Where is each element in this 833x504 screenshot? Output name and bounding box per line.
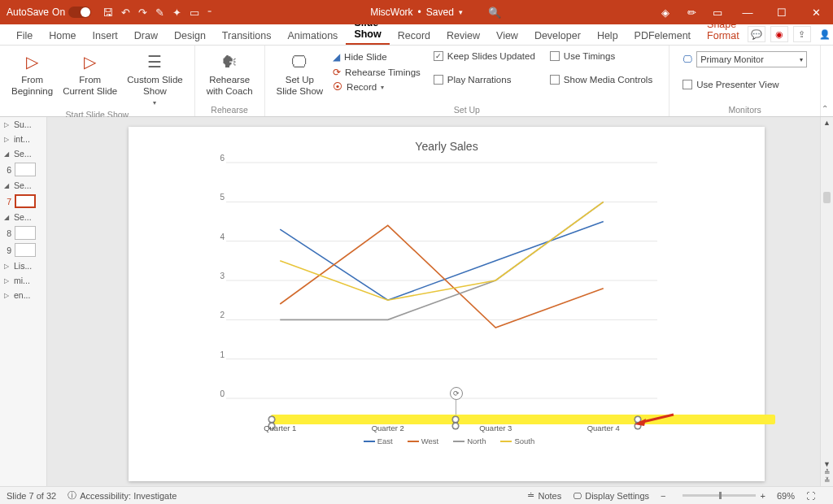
brush-icon[interactable]: ✏ [678,0,704,24]
save-icon[interactable]: 🖫 [102,7,113,19]
from-beginning-button[interactable]: ▷ From Beginning [7,49,58,108]
show-media-checkbox[interactable]: Show Media Controls [548,74,654,85]
selection-handle[interactable] [452,416,459,423]
tab-file[interactable]: File [8,26,41,45]
tab-home[interactable]: Home [41,26,84,45]
section-header[interactable]: ▷mi... [0,273,46,288]
chart-plot[interactable]: 0123456 [226,163,657,415]
tab-help[interactable]: Help [589,26,626,45]
diamond-icon[interactable]: ◈ [652,0,678,24]
slide-thumbnail[interactable]: 7 [0,193,46,210]
svg-marker-8 [635,419,646,426]
autosave-toggle[interactable]: AutoSave On [7,7,91,18]
ribbon: ▷ From Beginning ▷ From Current Slide ☰ … [0,46,833,117]
status-bar: Slide 7 of 32 ⓘAccessibility: Investigat… [0,486,833,504]
account-icon[interactable]: 👤 [816,26,833,42]
slide-thumbnail[interactable]: 8 [0,224,46,241]
next-slide-icon[interactable]: ≚ [824,476,831,484]
accessibility-status[interactable]: ⓘAccessibility: Investigate [68,489,177,502]
zoom-level[interactable]: 69% [777,491,795,501]
tab-developer[interactable]: Developer [526,26,589,45]
rotate-handle[interactable]: ⟳ [450,387,463,400]
section-header[interactable]: ▷Su... [0,117,46,132]
display-icon: 🖵 [573,491,582,501]
tab-record[interactable]: Record [390,26,438,45]
slide-position[interactable]: Slide 7 of 32 [7,491,56,501]
slide[interactable]: Yearly Sales 0123456 ⟳ Quarter 1Quarter … [129,127,765,481]
slide-thumbnail-panel[interactable]: ▷Su... ▷int... ◢Se... 6 ◢Se... 7 ◢Se... … [0,117,47,486]
scroll-up-icon[interactable]: ▲ [823,119,831,127]
maximize-button[interactable]: ☐ [765,0,799,24]
tab-animations[interactable]: Animations [280,26,347,45]
annotation-arrow-icon [635,413,675,426]
tab-transitions[interactable]: Transitions [214,26,280,45]
scroll-down-icon[interactable]: ▼ [823,460,831,468]
search-icon[interactable]: 🔍 [488,7,501,19]
rehearse-timings-button[interactable]: ⟳Rehearse Timings [331,66,422,79]
zoom-out-button[interactable]: − [661,491,665,501]
share-button[interactable]: ⇪ [793,26,811,42]
scrollbar-thumb[interactable] [823,192,831,203]
ribbon-tabs: File Home Insert Draw Design Transitions… [0,24,833,46]
slide-canvas-area[interactable]: Yearly Sales 0123456 ⟳ Quarter 1Quarter … [47,117,833,486]
tab-review[interactable]: Review [438,26,488,45]
document-title[interactable]: MiscWork•Saved▾ [370,7,463,18]
notes-icon: ≐ [527,490,534,501]
custom-show-button[interactable]: ☰ Custom Slide Show ▾ [122,49,187,108]
use-timings-checkbox[interactable]: Use Timings [548,50,654,62]
rotate-connector [456,400,456,415]
from-current-button[interactable]: ▷ From Current Slide [58,49,122,108]
comments-button[interactable]: 💬 [748,26,765,42]
tab-pdfelement[interactable]: PDFelement [626,26,699,45]
tab-draw[interactable]: Draw [126,26,166,45]
record-button[interactable]: ⦿Record▾ [331,81,422,93]
tab-insert[interactable]: Insert [85,26,126,45]
presenter-view-checkbox[interactable]: Use Presenter View [681,79,809,90]
section-header[interactable]: ▷int... [0,132,46,146]
keep-updated-checkbox[interactable]: ✓Keep Slides Updated [432,50,537,62]
section-header[interactable]: ◢Se... [0,210,46,224]
section-header[interactable]: ▷en... [0,288,46,302]
group-label: Rehearse [202,103,258,115]
monitor-select[interactable]: 🖵 Primary Monitor▾ [681,50,809,68]
group-label: Monitors [676,103,813,115]
chart-title: Yearly Sales [129,140,765,153]
redo-icon[interactable]: ↷ [138,7,147,19]
qat-icon[interactable]: ▭ [190,7,199,19]
group-label: Captions & Subtitles [827,103,833,115]
qat-icon[interactable]: ✦ [172,7,181,19]
section-header[interactable]: ▷Lis... [0,259,46,273]
accessibility-icon: ⓘ [68,489,76,502]
zoom-slider[interactable] [683,494,756,497]
notes-button[interactable]: ≐Notes [527,490,561,501]
section-header[interactable]: ◢Se... [0,146,46,161]
record-button[interactable]: ◉ [770,26,788,42]
selection-handle[interactable] [268,416,275,423]
undo-icon[interactable]: ↶ [121,7,130,19]
group-label: Set Up [272,103,663,115]
title-bar: AutoSave On 🖫 ↶ ↷ ✎ ✦ ▭ ⁼ 🔍 MiscWork•Sav… [0,0,833,24]
qat-more-icon[interactable]: ⁼ [207,8,212,17]
slide-thumbnail[interactable]: 6 [0,161,46,178]
rehearse-coach-button[interactable]: 🗣 Rehearse with Coach [202,49,258,99]
prev-slide-icon[interactable]: ≙ [824,468,831,476]
ribbon-mode-icon[interactable]: ▭ [704,0,731,24]
setup-slideshow-button[interactable]: 🖵 Set Up Slide Show [272,49,329,99]
minimize-button[interactable]: — [731,0,765,24]
play-narrations-checkbox[interactable]: Play Narrations [432,74,537,85]
section-header[interactable]: ◢Se... [0,178,46,193]
tab-view[interactable]: View [488,26,526,45]
x-axis-labels: Quarter 1Quarter 2Quarter 3Quarter 4 [226,424,657,432]
display-settings-button[interactable]: 🖵Display Settings [573,491,649,501]
vertical-scrollbar[interactable]: ▲ ▼ ≙ ≚ [820,117,833,486]
quick-access-toolbar: 🖫 ↶ ↷ ✎ ✦ ▭ ⁼ [102,7,212,19]
chart-legend: EastWestNorthSouth [129,437,765,445]
close-button[interactable]: ✕ [799,0,833,24]
zoom-in-button[interactable]: + [761,491,765,501]
fit-to-window-button[interactable]: ⛶ [806,491,815,501]
collapse-ribbon-button[interactable]: ⌃ [822,104,828,113]
hide-slide-button[interactable]: ◢Hide Slide [331,50,422,63]
touch-icon[interactable]: ✎ [155,7,164,19]
slide-thumbnail[interactable]: 9 [0,241,46,259]
tab-design[interactable]: Design [166,26,214,45]
